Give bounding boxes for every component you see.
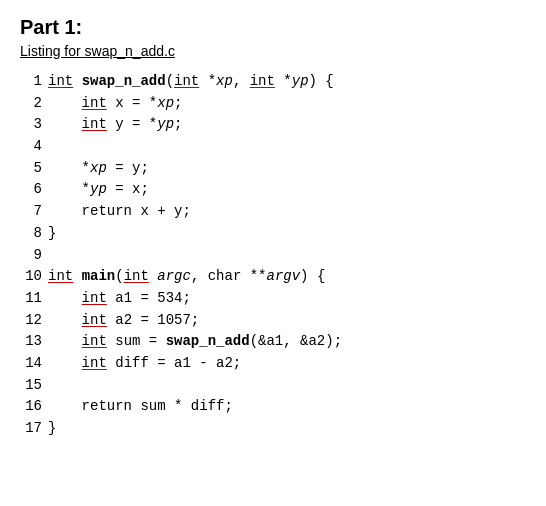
line-num-4: 4 [20, 136, 48, 158]
code-line-14: 14 int diff = a1 - a2; [20, 353, 526, 375]
code-line-17: 17 } [20, 418, 526, 440]
code-content-13: int sum = swap_n_add(&a1, &a2); [48, 331, 342, 353]
code-content-2: int x = *xp; [48, 93, 182, 115]
code-content-12: int a2 = 1057; [48, 310, 199, 332]
code-content-17: } [48, 418, 56, 440]
listing-label: Listing for swap_n_add.c [20, 43, 526, 59]
line-num-16: 16 [20, 396, 48, 418]
line-num-12: 12 [20, 310, 48, 332]
line-num-10: 10 [20, 266, 48, 288]
line-num-15: 15 [20, 375, 48, 397]
code-line-16: 16 return sum * diff; [20, 396, 526, 418]
code-line-1: 1 int swap_n_add(int *xp, int *yp) { [20, 71, 526, 93]
code-content-14: int diff = a1 - a2; [48, 353, 241, 375]
code-block: 1 int swap_n_add(int *xp, int *yp) { 2 i… [20, 71, 526, 440]
code-content-7: return x + y; [48, 201, 191, 223]
code-content-3: int y = *yp; [48, 114, 182, 136]
code-line-4: 4 [20, 136, 526, 158]
line-num-7: 7 [20, 201, 48, 223]
code-line-5: 5 *xp = y; [20, 158, 526, 180]
line-num-17: 17 [20, 418, 48, 440]
code-content-1: int swap_n_add(int *xp, int *yp) { [48, 71, 334, 93]
line-num-6: 6 [20, 179, 48, 201]
code-line-9: 9 [20, 245, 526, 267]
code-content-10: int main(int argc, char **argv) { [48, 266, 325, 288]
line-num-1: 1 [20, 71, 48, 93]
code-line-15: 15 [20, 375, 526, 397]
line-num-8: 8 [20, 223, 48, 245]
listing-prefix: Listing for [20, 43, 85, 59]
listing-filename: swap_n_add.c [85, 43, 175, 59]
line-num-2: 2 [20, 93, 48, 115]
part-title: Part 1: [20, 16, 526, 39]
code-line-7: 7 return x + y; [20, 201, 526, 223]
code-content-5: *xp = y; [48, 158, 149, 180]
line-num-3: 3 [20, 114, 48, 136]
code-line-3: 3 int y = *yp; [20, 114, 526, 136]
code-line-11: 11 int a1 = 534; [20, 288, 526, 310]
code-line-10: 10 int main(int argc, char **argv) { [20, 266, 526, 288]
code-line-8: 8 } [20, 223, 526, 245]
code-content-16: return sum * diff; [48, 396, 233, 418]
code-content-11: int a1 = 534; [48, 288, 191, 310]
code-content-8: } [48, 223, 56, 245]
line-num-14: 14 [20, 353, 48, 375]
line-num-13: 13 [20, 331, 48, 353]
line-num-5: 5 [20, 158, 48, 180]
line-num-11: 11 [20, 288, 48, 310]
code-line-6: 6 *yp = x; [20, 179, 526, 201]
code-line-2: 2 int x = *xp; [20, 93, 526, 115]
code-content-6: *yp = x; [48, 179, 149, 201]
code-line-13: 13 int sum = swap_n_add(&a1, &a2); [20, 331, 526, 353]
code-line-12: 12 int a2 = 1057; [20, 310, 526, 332]
line-num-9: 9 [20, 245, 48, 267]
